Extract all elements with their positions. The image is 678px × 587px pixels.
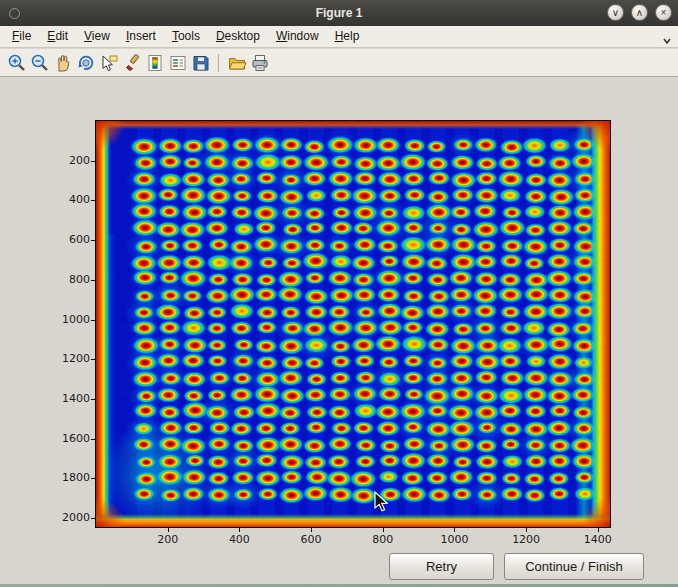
figure-toolbar — [0, 49, 678, 77]
y-tick-label: 1000 — [48, 313, 90, 326]
toolbar-separator — [218, 54, 219, 72]
x-tick-label: 400 — [217, 533, 261, 546]
insert-legend-icon — [168, 53, 188, 73]
y-tick-label: 1200 — [48, 352, 90, 365]
x-tick-mark — [383, 528, 384, 532]
y-tick-mark — [91, 240, 95, 241]
menu-tools[interactable]: Tools — [164, 27, 208, 46]
menu-file[interactable]: File — [4, 27, 39, 46]
plot-area: 2004006008001000120014001600180020002004… — [95, 120, 611, 528]
menu-desktop[interactable]: Desktop — [208, 27, 268, 46]
y-tick-label: 600 — [48, 233, 90, 246]
menubar: File Edit View Insert Tools Desktop Wind… — [0, 26, 678, 48]
x-tick-mark — [598, 528, 599, 532]
y-tick-label: 2000 — [48, 511, 90, 524]
data-cursor-icon — [99, 53, 119, 73]
y-tick-mark — [91, 200, 95, 201]
x-tick-label: 600 — [289, 533, 333, 546]
insert-colorbar-icon — [145, 53, 165, 73]
figure-window: Figure 1 ∨ ∧ × File Edit View Insert Too… — [0, 0, 678, 587]
y-tick-label: 200 — [48, 154, 90, 167]
titlebar[interactable]: Figure 1 ∨ ∧ × — [0, 0, 678, 26]
zoom-out-button[interactable] — [28, 51, 51, 75]
save-icon — [191, 53, 211, 73]
open-folder-button[interactable] — [225, 51, 248, 75]
zoom-in-button[interactable] — [5, 51, 28, 75]
shade-button[interactable]: ∨ — [607, 4, 624, 21]
y-tick-mark — [91, 359, 95, 360]
x-tick-mark — [168, 528, 169, 532]
x-tick-label: 800 — [361, 533, 405, 546]
maximize-button[interactable]: ∧ — [631, 4, 648, 21]
y-tick-mark — [91, 399, 95, 400]
x-tick-mark — [454, 528, 455, 532]
zoom-out-icon — [30, 53, 50, 73]
menu-view[interactable]: View — [76, 27, 118, 46]
continue-finish-button[interactable]: Continue / Finish — [504, 553, 644, 580]
pan-hand-icon — [53, 53, 73, 73]
save-button[interactable] — [189, 51, 212, 75]
zoom-in-icon — [7, 53, 27, 73]
heatmap-image[interactable] — [96, 121, 610, 527]
x-tick-label: 1200 — [504, 533, 548, 546]
data-cursor-button[interactable] — [97, 51, 120, 75]
x-tick-mark — [526, 528, 527, 532]
print-button[interactable] — [248, 51, 271, 75]
menu-insert[interactable]: Insert — [118, 27, 164, 46]
brush-icon — [122, 53, 142, 73]
menu-window[interactable]: Window — [268, 27, 327, 46]
insert-legend-button[interactable] — [166, 51, 189, 75]
y-tick-label: 400 — [48, 193, 90, 206]
menu-edit[interactable]: Edit — [39, 27, 76, 46]
y-tick-mark — [91, 478, 95, 479]
y-tick-label: 1800 — [48, 471, 90, 484]
rotate-3d-icon — [76, 53, 96, 73]
y-tick-label: 1600 — [48, 432, 90, 445]
x-tick-mark — [311, 528, 312, 532]
window-title: Figure 1 — [0, 6, 678, 20]
y-tick-mark — [91, 280, 95, 281]
pan-button[interactable] — [51, 51, 74, 75]
x-tick-label: 200 — [146, 533, 190, 546]
x-tick-label: 1400 — [576, 533, 620, 546]
y-tick-label: 1400 — [48, 392, 90, 405]
menu-help[interactable]: Help — [327, 27, 368, 46]
y-tick-mark — [91, 320, 95, 321]
insert-colorbar-button[interactable] — [143, 51, 166, 75]
brush-button[interactable] — [120, 51, 143, 75]
x-tick-label: 1000 — [432, 533, 476, 546]
menu-overflow-icon[interactable] — [662, 32, 672, 50]
rotate-3d-button[interactable] — [74, 51, 97, 75]
open-folder-icon — [227, 53, 247, 73]
retry-button[interactable]: Retry — [389, 553, 494, 580]
print-icon — [250, 53, 270, 73]
y-tick-label: 800 — [48, 273, 90, 286]
y-tick-mark — [91, 161, 95, 162]
close-button[interactable]: × — [655, 4, 672, 21]
x-tick-mark — [239, 528, 240, 532]
y-tick-mark — [91, 518, 95, 519]
y-tick-mark — [91, 439, 95, 440]
